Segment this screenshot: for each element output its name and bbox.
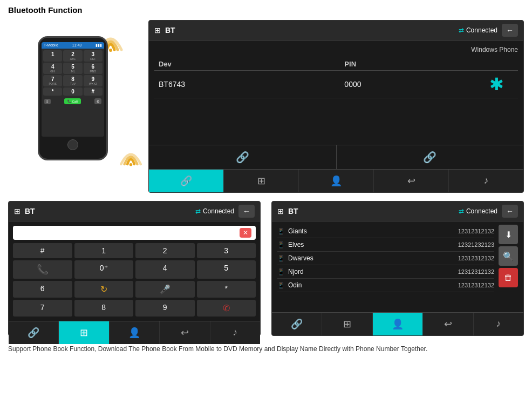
unlink-button[interactable]: 🔗 [337,145,524,169]
phone-icon-0: 📱 [277,228,285,235]
dialpad-back-button[interactable]: ← [238,205,255,218]
phone-screen: T-Mobile11:43▮▮▮ 1 2ABC 3DEF 4GHI 5JKL 6… [42,42,104,137]
back-button[interactable]: ← [502,24,518,37]
dialpad-app-name: BT [25,207,191,216]
tab-link[interactable]: 🔗 [149,170,224,192]
bt-screen-large: ⊞ BT ⇄ Connected ← Windows Phone Dev PIN [148,20,524,193]
dialpad-screen: ⊞ BT ⇄ Connected ← ✕ # 1 2 3 📞 0⁺ [8,201,261,336]
wifi-bottom-signal [116,142,146,171]
tab-contact[interactable]: 👤 [299,170,374,192]
contact-name-1: Elves [288,241,458,248]
dialpad-key-7[interactable]: 7 [13,300,72,317]
device-label: Windows Phone [154,46,518,53]
bluetooth-icon: ✱ [489,75,504,94]
col-bt [475,58,518,71]
svg-point-0 [109,49,112,52]
contact-row-3: 📱 Njord 12312312132 [277,265,494,279]
phone-icon-4: 📱 [277,282,285,289]
contacts-tab-grid[interactable]: ⊞ [322,313,372,335]
phone-icon-2: 📱 [277,255,285,262]
connected-arrows-icon: ⇄ [459,26,464,34]
dialpad-key-9[interactable]: 9 [135,300,195,317]
grid-icon: ⊞ [154,26,161,35]
dialpad-input-row: ✕ [13,226,256,240]
contacts-with-actions: 📱 Giants 12312312132 📱 Elves 12321232123… [277,225,518,292]
contact-list: 📱 Giants 12312312132 📱 Elves 12321232123… [277,225,494,292]
contact-number-3: 12312312132 [458,268,494,275]
search-button[interactable]: 🔍 [499,246,518,266]
dialpad-key-2[interactable]: 2 [135,243,195,258]
dialpad-key-5[interactable]: 5 [197,260,256,279]
contacts-tab-contact[interactable]: 👤 [373,313,423,335]
link-button[interactable]: 🔗 [149,145,337,169]
contacts-grid-icon: ⊞ [277,207,284,216]
bt-main-content: Windows Phone Dev PIN BT6743 0000 [149,41,523,145]
contacts-back-button[interactable]: ← [502,205,518,218]
dialpad-grid-icon: ⊞ [14,207,21,216]
dialpad-tab-grid[interactable]: ⊞ [59,321,109,344]
delete-button[interactable]: 🗑 [499,268,518,287]
bt-app-name: BT [165,26,454,35]
footer-text: Support Phone Book Function, Download Th… [8,342,524,355]
main-content: T-Mobile11:43▮▮▮ 1 2ABC 3DEF 4GHI 5JKL 6… [8,20,524,193]
contacts-connection-status: ⇄ Connected [459,207,497,215]
dialpad-tab-link[interactable]: 🔗 [9,321,59,344]
dialpad-content: ✕ # 1 2 3 📞 0⁺ 4 5 6 ↻ 🎤 * 7 8 [9,221,260,321]
dialpad-key-hangup[interactable]: ✆ [197,300,256,317]
dialpad-grid: # 1 2 3 📞 0⁺ 4 5 6 ↻ 🎤 * 7 8 9 ✆ [13,243,256,317]
device-pin: 0000 [340,71,475,98]
contact-name-4: Odin [288,281,458,289]
contact-number-2: 12312312132 [458,255,494,261]
contacts-header: ⊞ BT ⇄ Connected ← [272,201,523,221]
contact-name-0: Giants [288,227,458,235]
dialpad-connection-status: ⇄ Connected [195,207,234,215]
contacts-arrows-icon: ⇄ [459,207,464,215]
dialpad-key-6[interactable]: 6 [13,281,72,298]
phone-device: T-Mobile11:43▮▮▮ 1 2ABC 3DEF 4GHI 5JKL 6… [38,36,108,160]
dialpad-key-3[interactable]: 3 [197,243,256,258]
dialpad-key-hash[interactable]: # [13,243,72,258]
contact-number-4: 12312312132 [458,282,494,288]
page-title: Bluetooth Function [8,5,524,15]
contact-number-1: 12321232123 [458,241,494,248]
contact-name-2: Dwarves [288,254,458,262]
bt-screen-header: ⊞ BT ⇄ Connected ← [149,21,523,41]
tab-music[interactable]: ♪ [449,170,523,192]
connection-status: ⇄ Connected [459,26,497,34]
dialpad-key-call[interactable]: 📞 [13,260,72,279]
contacts-content: 📱 Giants 12312312132 📱 Elves 12321232123… [272,221,523,312]
dialpad-tab-bar: 🔗 ⊞ 👤 ↩ ♪ [9,321,260,344]
dialpad-delete-button[interactable]: ✕ [240,228,251,238]
contacts-tab-music[interactable]: ♪ [474,313,523,335]
contacts-actions: ⬇ 🔍 🗑 [499,225,518,292]
dialpad-key-8[interactable]: 8 [74,300,134,317]
dialpad-key-0plus[interactable]: 0⁺ [74,260,134,279]
bt-tab-bar: 🔗 ⊞ 👤 ↩ ♪ [149,169,523,192]
download-button[interactable]: ⬇ [499,225,518,244]
dialpad-tab-music[interactable]: ♪ [210,321,260,344]
contacts-tab-bar: 🔗 ⊞ 👤 ↩ ♪ [272,312,523,335]
tab-grid[interactable]: ⊞ [224,170,299,192]
phone-icon-3: 📱 [277,268,285,275]
dialpad-key-1[interactable]: 1 [74,243,134,258]
dialpad-tab-phone[interactable]: ↩ [160,321,210,344]
phone-icon-1: 📱 [277,241,285,248]
action-row: 🔗 🔗 [149,145,523,169]
dialpad-key-mic[interactable]: 🎤 [135,281,195,298]
phone-illustration: T-Mobile11:43▮▮▮ 1 2ABC 3DEF 4GHI 5JKL 6… [8,36,138,193]
phone-status-bar: T-Mobile11:43▮▮▮ [42,42,104,49]
bottom-row: ⊞ BT ⇄ Connected ← ✕ # 1 2 3 📞 0⁺ [8,201,524,336]
col-pin: PIN [340,58,475,71]
contacts-tab-link[interactable]: 🔗 [272,313,322,335]
dialpad-tab-contact[interactable]: 👤 [110,321,160,344]
dialpad-key-star[interactable]: * [197,281,256,298]
contact-number-0: 12312312132 [458,228,494,234]
contacts-tab-phone[interactable]: ↩ [423,313,473,335]
tab-phone[interactable]: ↩ [374,170,449,192]
dialpad-arrows-icon: ⇄ [195,207,201,215]
dialpad-key-4[interactable]: 4 [135,260,195,279]
dialpad-key-reload[interactable]: ↻ [74,281,134,298]
contact-name-3: Njord [288,268,458,275]
link-icon: 🔗 [236,151,249,163]
contacts-screen: ⊞ BT ⇄ Connected ← 📱 Giants 12312312132 [271,201,524,336]
